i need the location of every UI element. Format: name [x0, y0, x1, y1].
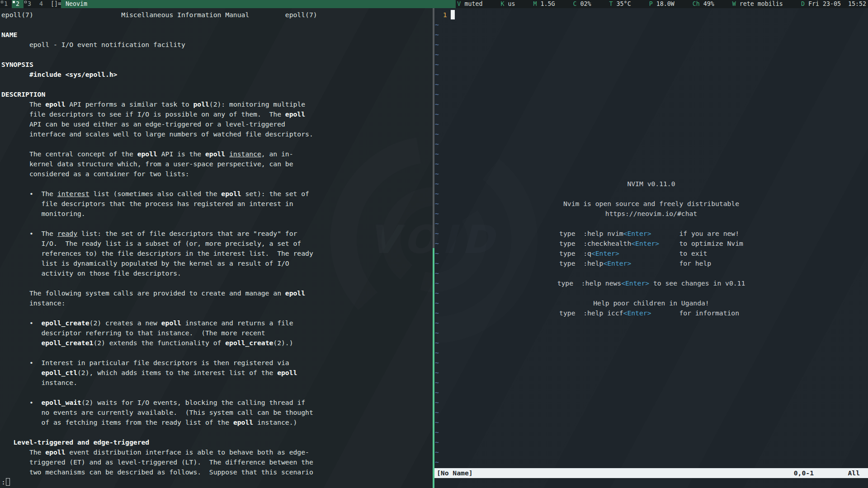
nvim-empty-line: ~ — [435, 388, 455, 398]
workspace-tag-1[interactable]: 1 — [0, 0, 12, 8]
nvim-empty-line: ~ — [435, 119, 455, 129]
status-segment-value: us — [508, 0, 515, 7]
man-line: API can be used either as an edge-trigge… — [1, 119, 317, 129]
neovim-terminal[interactable]: 1 ~~~~~~~~~~~~~~~~~~~~~~~~~~~~~~~~~~~~~~… — [434, 8, 868, 488]
man-line: descriptor referring to that instance. (… — [1, 328, 317, 338]
nvim-empty-line: ~ — [435, 418, 455, 427]
tilde-marker: ~ — [435, 448, 439, 456]
tilde-marker: ~ — [435, 458, 439, 466]
status-segment: D Fri 23-05 — [801, 0, 841, 7]
man-line: DESCRIPTION — [1, 89, 317, 99]
status-segment: V muted — [457, 0, 482, 7]
tilde-marker: ~ — [435, 389, 439, 396]
nvim-intro-line — [434, 189, 868, 199]
man-line — [1, 219, 317, 229]
status-segment-value: rete mobilis — [740, 0, 783, 7]
nvim-line-1: 1 — [435, 10, 455, 20]
nvim-empty-line: ~ — [435, 427, 455, 437]
status-segment-label: M — [533, 0, 537, 7]
nvim-empty-line: ~ — [435, 109, 455, 119]
tilde-marker: ~ — [435, 369, 439, 376]
tilde-marker: ~ — [435, 21, 439, 28]
system-status-text: V mutedK usM 1.5GC 02%T 35°CP 18.0WCh 49… — [457, 0, 866, 8]
nvim-cursor — [451, 10, 455, 19]
tilde-marker: ~ — [435, 100, 439, 108]
man-line — [1, 179, 317, 189]
man-line — [1, 348, 317, 358]
tag-label: 4 — [39, 0, 43, 7]
nvim-intro-line: Nvim is open source and freely distribut… — [434, 199, 868, 209]
tilde-marker: ~ — [435, 170, 439, 178]
man-line: file descriptors to see if I/O is possib… — [1, 109, 317, 119]
nvim-empty-line: ~ — [435, 40, 455, 50]
man-page-content: epoll(7) Miscellaneous Information Manua… — [1, 10, 317, 477]
man-line: epoll_create1(2) extends the functionali… — [1, 338, 317, 348]
man-line — [1, 278, 317, 288]
tilde-marker: ~ — [435, 408, 439, 416]
status-segment-label: C — [573, 0, 577, 7]
tilde-marker: ~ — [435, 399, 439, 406]
tag-client-indicator — [13, 1, 15, 3]
nvim-empty-line: ~ — [435, 149, 455, 159]
status-segment-label: V — [457, 0, 461, 7]
man-line: I/O. The ready list is a subset of (or, … — [1, 239, 317, 249]
buffer-name: [No Name] — [437, 468, 473, 478]
nvim-empty-line: ~ — [435, 129, 455, 139]
man-line — [1, 139, 317, 149]
workspace-tag-4[interactable]: 4 — [35, 0, 47, 8]
nvim-empty-line: ~ — [435, 60, 455, 70]
man-line — [1, 308, 317, 318]
tilde-marker: ~ — [435, 150, 439, 158]
nvim-intro-line: type :checkhealth<Enter> to optimize Nvi… — [434, 239, 868, 249]
nvim-command-line[interactable] — [434, 478, 868, 488]
nvim-intro-line — [434, 268, 868, 278]
tilde-marker: ~ — [435, 90, 439, 98]
nvim-intro-line: Help poor children in Uganda! — [434, 298, 868, 308]
man-line: monitoring. — [1, 209, 317, 219]
man-line: no events are currently available. (This… — [1, 408, 317, 418]
tilde-marker: ~ — [435, 41, 439, 48]
workspace-tag-2[interactable]: 2 — [12, 0, 24, 8]
status-segment: T 35°C — [609, 0, 631, 7]
man-line: epoll(7) Miscellaneous Information Manua… — [1, 10, 317, 20]
status-segment-value: 35°C — [617, 0, 631, 7]
tilde-marker: ~ — [435, 51, 439, 58]
man-line: kernel data structure which, from a user… — [1, 159, 317, 169]
man-line: • The ready list: the set of file descri… — [1, 229, 317, 239]
nvim-empty-line: ~ — [435, 378, 455, 388]
nvim-empty-line: ~ — [435, 447, 455, 457]
status-segment-value: 18.0W — [656, 0, 675, 7]
man-line: SYNOPSIS — [1, 60, 317, 70]
status-segment-value: 1.5G — [540, 0, 555, 7]
tilde-marker: ~ — [435, 70, 439, 78]
man-line: of as fetching items from the ready list… — [1, 418, 317, 427]
scroll-indicator: All — [848, 468, 860, 478]
tilde-marker: ~ — [435, 428, 439, 436]
status-segment: Ch 49% — [693, 0, 714, 7]
status-segment: W rete mobilis — [732, 0, 783, 7]
nvim-empty-line: ~ — [435, 368, 455, 378]
man-line: list is dynamically populated by the ker… — [1, 258, 317, 268]
man-line — [1, 20, 317, 30]
man-page-terminal[interactable]: epoll(7) Miscellaneous Information Manua… — [0, 8, 433, 488]
man-line: The epoll event distribution interface i… — [1, 447, 317, 457]
tilde-marker: ~ — [435, 110, 439, 118]
nvim-intro-line: type :help nvim<Enter> if you are new! — [434, 229, 868, 239]
nvim-intro-message: NVIM v0.11.0Nvim is open source and free… — [434, 179, 868, 318]
cursor-position-ruler: 0,0-1 — [794, 468, 814, 478]
nvim-intro-line: type :q<Enter> to exit — [434, 249, 868, 258]
man-line — [1, 50, 317, 60]
status-segment-label: T — [609, 0, 613, 7]
man-line: epoll_ctl(2), which adds items to the in… — [1, 368, 317, 378]
man-line: The epoll API performs a similar task to… — [1, 99, 317, 109]
pager-prompt[interactable]: : — [1, 477, 10, 487]
pager-prompt-colon: : — [1, 478, 5, 486]
man-line: • The interest list (sometimes also call… — [1, 189, 317, 199]
man-line: interface and scales well to large numbe… — [1, 129, 317, 139]
man-line: NAME — [1, 30, 317, 40]
workspace-tag-3[interactable]: 3 — [24, 0, 35, 8]
nvim-empty-line: ~ — [435, 437, 455, 447]
man-line: instance. — [1, 378, 317, 388]
nvim-empty-line: ~ — [435, 70, 455, 80]
nvim-intro-line — [434, 288, 868, 298]
